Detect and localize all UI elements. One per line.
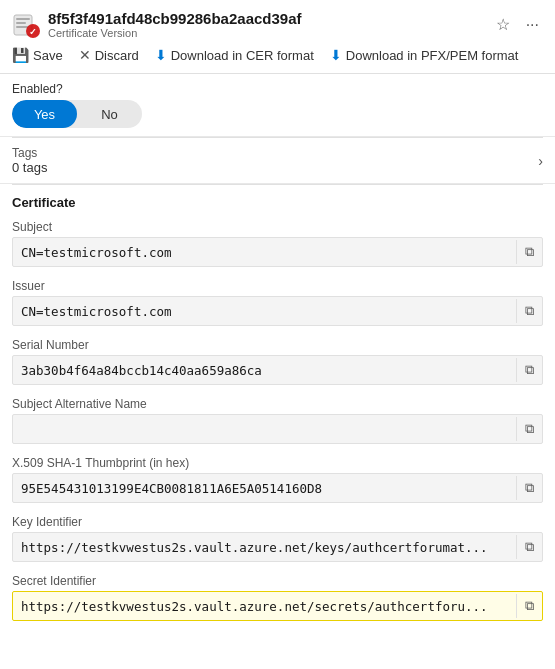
field-group-0: SubjectCN=testmicrosoft.com⧉ xyxy=(0,214,555,273)
header-actions: ☆ ··· xyxy=(492,13,543,36)
field-label-3: Subject Alternative Name xyxy=(12,397,543,411)
certificate-fields: SubjectCN=testmicrosoft.com⧉IssuerCN=tes… xyxy=(0,214,555,627)
tags-count: 0 tags xyxy=(12,160,47,175)
pin-button[interactable]: ☆ xyxy=(492,13,514,36)
field-value-2: 3ab30b4f64a84bccb14c40aa659a86ca xyxy=(13,359,516,382)
field-group-5: Key Identifierhttps://testkvwestus2s.vau… xyxy=(0,509,555,568)
copy-icon-6: ⧉ xyxy=(525,598,534,614)
yes-button[interactable]: Yes xyxy=(12,100,77,128)
field-label-2: Serial Number xyxy=(12,338,543,352)
field-value-1: CN=testmicrosoft.com xyxy=(13,300,516,323)
field-label-5: Key Identifier xyxy=(12,515,543,529)
discard-button[interactable]: ✕ Discard xyxy=(79,45,139,65)
field-label-6: Secret Identifier xyxy=(12,574,543,588)
more-button[interactable]: ··· xyxy=(522,14,543,36)
copy-icon-1: ⧉ xyxy=(525,303,534,319)
save-icon: 💾 xyxy=(12,47,29,63)
enabled-section: Enabled? Yes No xyxy=(0,74,555,137)
field-label-4: X.509 SHA-1 Thumbprint (in hex) xyxy=(12,456,543,470)
certificate-section-title: Certificate xyxy=(0,185,555,214)
copy-button-2[interactable]: ⧉ xyxy=(516,358,542,382)
save-label: Save xyxy=(33,48,63,63)
header-text: 8f5f3f491afd48cb99286ba2aacd39af Certifi… xyxy=(48,10,484,39)
field-value-3 xyxy=(13,425,516,433)
field-value-5: https://testkvwestus2s.vault.azure.net/k… xyxy=(13,536,516,559)
svg-rect-1 xyxy=(16,18,30,20)
download-pfx-label: Download in PFX/PEM format xyxy=(346,48,519,63)
discard-icon: ✕ xyxy=(79,47,91,63)
copy-icon-3: ⧉ xyxy=(525,421,534,437)
copy-icon-5: ⧉ xyxy=(525,539,534,555)
svg-rect-3 xyxy=(16,26,28,28)
field-group-3: Subject Alternative Name⧉ xyxy=(0,391,555,450)
copy-icon-2: ⧉ xyxy=(525,362,534,378)
download-pfx-button[interactable]: ⬇ Download in PFX/PEM format xyxy=(330,47,519,63)
save-button[interactable]: 💾 Save xyxy=(12,45,63,65)
toolbar: 💾 Save ✕ Discard ⬇ Download in CER forma… xyxy=(0,41,555,74)
copy-button-0[interactable]: ⧉ xyxy=(516,240,542,264)
download-pfx-icon: ⬇ xyxy=(330,47,342,63)
copy-button-3[interactable]: ⧉ xyxy=(516,417,542,441)
field-value-4: 95E545431013199E4CB0081811A6E5A0514160D8 xyxy=(13,477,516,500)
svg-rect-2 xyxy=(16,22,26,24)
cert-icon: ✓ xyxy=(12,11,40,39)
page-title: 8f5f3f491afd48cb99286ba2aacd39af xyxy=(48,10,484,27)
no-button[interactable]: No xyxy=(77,100,142,128)
download-cer-button[interactable]: ⬇ Download in CER format xyxy=(155,47,314,63)
download-cer-label: Download in CER format xyxy=(171,48,314,63)
field-group-4: X.509 SHA-1 Thumbprint (in hex)95E545431… xyxy=(0,450,555,509)
page-subtitle: Certificate Version xyxy=(48,27,484,39)
field-group-6: Secret Identifierhttps://testkvwestus2s.… xyxy=(0,568,555,627)
field-label-1: Issuer xyxy=(12,279,543,293)
chevron-right-icon: › xyxy=(538,153,543,169)
field-label-0: Subject xyxy=(12,220,543,234)
enabled-label: Enabled? xyxy=(12,82,543,96)
header: ✓ 8f5f3f491afd48cb99286ba2aacd39af Certi… xyxy=(0,0,555,41)
svg-text:✓: ✓ xyxy=(29,27,37,37)
copy-button-5[interactable]: ⧉ xyxy=(516,535,542,559)
field-value-0: CN=testmicrosoft.com xyxy=(13,241,516,264)
field-group-2: Serial Number3ab30b4f64a84bccb14c40aa659… xyxy=(0,332,555,391)
enabled-toggle: Yes No xyxy=(12,100,142,128)
copy-button-6[interactable]: ⧉ xyxy=(516,594,542,618)
copy-icon-4: ⧉ xyxy=(525,480,534,496)
tags-section[interactable]: Tags 0 tags › xyxy=(0,138,555,184)
discard-label: Discard xyxy=(95,48,139,63)
tags-label: Tags xyxy=(12,146,47,160)
copy-button-1[interactable]: ⧉ xyxy=(516,299,542,323)
field-group-1: IssuerCN=testmicrosoft.com⧉ xyxy=(0,273,555,332)
download-cer-icon: ⬇ xyxy=(155,47,167,63)
copy-button-4[interactable]: ⧉ xyxy=(516,476,542,500)
copy-icon-0: ⧉ xyxy=(525,244,534,260)
field-value-6: https://testkvwestus2s.vault.azure.net/s… xyxy=(13,595,516,618)
